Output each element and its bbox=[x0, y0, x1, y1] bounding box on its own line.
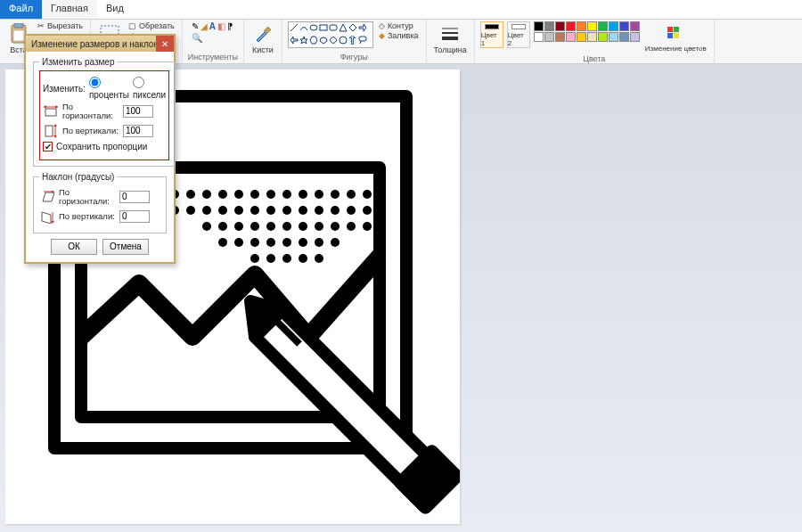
svg-point-86 bbox=[315, 238, 323, 247]
skew-v-label: По вертикали: bbox=[59, 212, 116, 221]
skew-h-input[interactable] bbox=[119, 191, 150, 203]
resize-highlight: Изменить: проценты пиксели По горизонтал… bbox=[39, 70, 169, 160]
color-swatch[interactable] bbox=[609, 21, 618, 31]
svg-marker-98 bbox=[55, 105, 58, 109]
svg-point-80 bbox=[218, 238, 227, 247]
svg-point-39 bbox=[282, 190, 291, 199]
resize-fieldset: Изменить размер Изменить: проценты пиксе… bbox=[33, 57, 176, 167]
fill-icon: ◆ bbox=[379, 31, 385, 40]
color-swatch[interactable] bbox=[544, 21, 554, 31]
svg-point-41 bbox=[315, 190, 323, 199]
svg-rect-8 bbox=[330, 25, 337, 30]
color2-swatch bbox=[511, 24, 526, 29]
dialog-close-button[interactable]: ✕ bbox=[156, 36, 174, 52]
skew-v-icon bbox=[39, 209, 55, 225]
dialog-titlebar[interactable]: Изменение размеров и наклона ✕ bbox=[26, 36, 174, 52]
color-swatch[interactable] bbox=[544, 32, 554, 42]
edit-colors-button[interactable]: Изменение цветов bbox=[643, 21, 708, 53]
resize-v-icon bbox=[43, 123, 59, 139]
radio-pixels[interactable]: пиксели bbox=[133, 77, 166, 100]
cut-button[interactable]: ✂ Вырезать bbox=[36, 21, 85, 30]
color-swatch[interactable] bbox=[619, 21, 629, 31]
color2-button[interactable]: Цвет 2 bbox=[507, 21, 530, 48]
cut-label: Вырезать bbox=[47, 21, 83, 30]
svg-point-67 bbox=[202, 222, 211, 231]
shapes-group-label: Фигуры bbox=[340, 53, 368, 61]
color2-label: Цвет 2 bbox=[508, 31, 529, 47]
ok-button[interactable]: ОК bbox=[51, 239, 97, 255]
tools-group-label: Инструменты bbox=[188, 53, 238, 61]
group-colors: Цвет 1 Цвет 2 Изменение цветов Цвета bbox=[475, 20, 715, 63]
eraser-tool-icon[interactable]: ◧ bbox=[217, 21, 225, 31]
svg-point-70 bbox=[250, 222, 259, 231]
color-swatch[interactable] bbox=[577, 21, 586, 31]
menu-view[interactable]: Вид bbox=[97, 0, 133, 19]
color-swatch[interactable] bbox=[630, 21, 640, 31]
skew-h-label: По горизонтали: bbox=[59, 188, 116, 206]
picker-tool-icon[interactable]: ⁋ bbox=[227, 21, 233, 31]
color-swatch[interactable] bbox=[566, 32, 576, 42]
crop-button[interactable]: ▢ Обрезать bbox=[127, 21, 176, 30]
svg-rect-22 bbox=[667, 27, 673, 32]
color-swatch[interactable] bbox=[619, 32, 629, 42]
fill-tool-icon[interactable]: ◢ bbox=[200, 21, 208, 31]
svg-line-18 bbox=[360, 41, 361, 44]
text-tool-icon[interactable]: A bbox=[209, 21, 216, 31]
color-swatch[interactable] bbox=[534, 32, 544, 42]
svg-point-87 bbox=[331, 238, 340, 247]
svg-point-91 bbox=[282, 254, 291, 263]
color-swatch[interactable] bbox=[598, 21, 608, 31]
keep-ratio-checkbox[interactable]: ✔ bbox=[43, 142, 53, 151]
pencil-tool-icon[interactable]: ✎ bbox=[192, 21, 199, 31]
svg-point-82 bbox=[250, 238, 259, 247]
svg-point-42 bbox=[331, 190, 340, 199]
resize-h-input[interactable] bbox=[123, 105, 153, 118]
dialog-title-text: Изменение размеров и наклона bbox=[31, 39, 164, 49]
shapes-gallery[interactable] bbox=[288, 21, 373, 48]
svg-marker-12 bbox=[291, 37, 298, 44]
color-swatch[interactable] bbox=[534, 21, 544, 31]
radio-percent[interactable]: проценты bbox=[89, 77, 129, 100]
color-swatch[interactable] bbox=[587, 32, 597, 42]
color1-button[interactable]: Цвет 1 bbox=[480, 21, 503, 48]
color-swatch[interactable] bbox=[587, 21, 597, 31]
color-swatch[interactable] bbox=[555, 32, 565, 42]
menu-home[interactable]: Главная bbox=[42, 0, 97, 19]
group-brushes: Кисти bbox=[244, 20, 282, 63]
group-tools: ✎ ◢ A ◧ ⁋ 🔍 Инструменты bbox=[183, 20, 244, 63]
color-swatch[interactable] bbox=[555, 21, 565, 31]
thickness-button[interactable]: Толщина bbox=[432, 21, 469, 55]
close-icon: ✕ bbox=[161, 39, 168, 49]
color-swatch[interactable] bbox=[630, 32, 640, 42]
svg-rect-25 bbox=[674, 33, 679, 38]
menu-file[interactable]: Файл bbox=[0, 0, 42, 19]
skew-v-input[interactable] bbox=[119, 210, 150, 223]
skew-legend: Наклон (градусы) bbox=[39, 172, 117, 182]
color-swatch[interactable] bbox=[609, 32, 618, 42]
brushes-button[interactable]: Кисти bbox=[250, 21, 276, 55]
resize-h-label: По горизонтали: bbox=[62, 102, 119, 120]
resize-v-input[interactable] bbox=[123, 125, 153, 137]
svg-point-83 bbox=[266, 238, 275, 247]
cancel-button[interactable]: Отмена bbox=[102, 239, 149, 255]
svg-point-15 bbox=[340, 37, 347, 44]
crop-label: Обрезать bbox=[139, 21, 175, 30]
color-swatch[interactable] bbox=[566, 21, 576, 31]
outline-icon: ◇ bbox=[379, 21, 385, 30]
svg-rect-4 bbox=[264, 27, 270, 33]
svg-marker-97 bbox=[44, 105, 46, 109]
outline-label: Контур bbox=[388, 21, 413, 30]
colors-group-label: Цвета bbox=[583, 54, 605, 63]
shape-outline-button[interactable]: ◇ Контур bbox=[377, 21, 421, 30]
svg-marker-14 bbox=[310, 37, 317, 44]
skew-h-icon bbox=[39, 189, 55, 205]
svg-marker-108 bbox=[51, 221, 54, 224]
svg-marker-13 bbox=[300, 37, 307, 44]
shape-fill-button[interactable]: ◆ Заливка bbox=[377, 31, 421, 40]
edit-colors-label: Изменение цветов bbox=[645, 45, 707, 53]
color-swatch[interactable] bbox=[577, 32, 586, 42]
zoom-tool-icon[interactable]: 🔍 bbox=[192, 33, 202, 43]
color-swatch[interactable] bbox=[598, 32, 608, 42]
svg-point-62 bbox=[363, 206, 372, 215]
crop-icon: ▢ bbox=[128, 21, 136, 30]
